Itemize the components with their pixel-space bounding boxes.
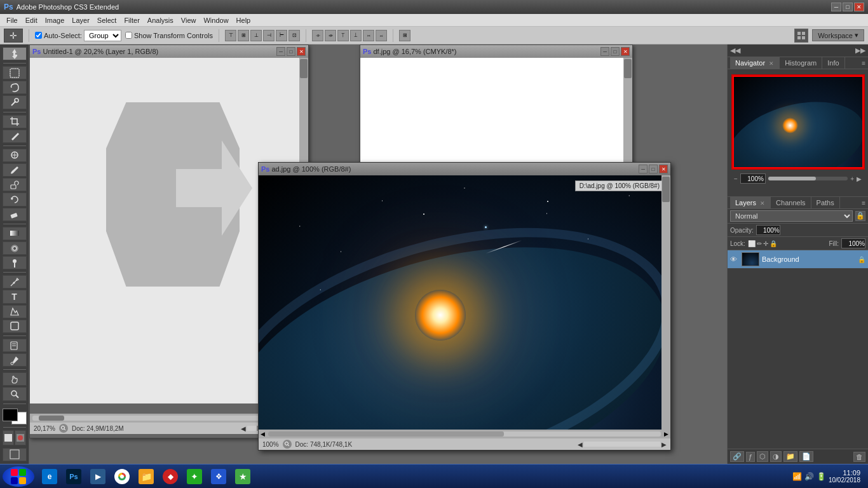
eraser-tool[interactable] (3, 208, 27, 221)
eyedropper-tool2[interactable] (3, 353, 27, 367)
path-select-tool[interactable] (3, 305, 27, 318)
clone-stamp-tool[interactable] (3, 178, 27, 191)
menu-window[interactable]: Window (200, 15, 232, 25)
layers-panel-menu-btn[interactable]: ≡ (862, 200, 865, 207)
taskbar-app3[interactable]: ◆ (159, 467, 182, 486)
workspace-button[interactable]: Workspace ▾ (812, 29, 864, 41)
lasso-tool[interactable] (3, 81, 27, 94)
start-button[interactable] (3, 466, 34, 487)
untitled-zoom-btn[interactable] (59, 424, 68, 433)
quick-mask-btn[interactable] (15, 430, 26, 445)
lock-transparent-btn[interactable]: ⬜ (748, 240, 756, 247)
dodge-tool[interactable] (3, 256, 27, 269)
standard-mode-btn[interactable] (3, 430, 14, 445)
ad-hscroll-thumb[interactable] (268, 431, 504, 437)
right-panel-collapse-left[interactable]: ◀◀ (730, 46, 740, 55)
eyedropper-tool[interactable] (3, 130, 27, 143)
tab-paths[interactable]: Paths (811, 197, 840, 208)
auto-select-checkbox[interactable] (35, 32, 42, 39)
dist-top-btn[interactable]: ⟛ (312, 30, 323, 41)
background-layer-item[interactable]: 👁 Background 🔒 (728, 250, 868, 269)
network-icon[interactable]: 📶 (792, 472, 802, 481)
menu-select[interactable]: Select (93, 15, 121, 25)
navigator-tab-close[interactable]: ✕ (769, 60, 774, 67)
zoom-slider-track[interactable] (768, 177, 848, 180)
untitled-prev-btn[interactable]: ◀ (241, 425, 246, 432)
opacity-input[interactable] (756, 225, 780, 235)
align-top-btn[interactable]: ⊤ (225, 30, 236, 41)
df-maximize-btn[interactable]: □ (611, 47, 620, 56)
ad-minimize-btn[interactable]: ─ (639, 165, 648, 173)
align-hcenter-btn[interactable]: ⊢ (276, 30, 287, 41)
ad-next-btn[interactable]: ▶ (661, 441, 667, 448)
healing-brush-tool[interactable] (3, 149, 27, 162)
zoom-out-btn[interactable]: − (734, 175, 738, 182)
dist-left-btn[interactable]: ⟘ (350, 30, 362, 41)
tab-layers[interactable]: Layers ✕ (730, 197, 771, 208)
history-brush-tool[interactable] (3, 193, 27, 206)
pen-tool[interactable] (3, 275, 27, 288)
menu-analysis[interactable]: Analysis (144, 15, 177, 25)
lock-position-btn[interactable]: ✛ (763, 240, 768, 247)
ad-titlebar[interactable]: Ps ad.jpg @ 100% (RGB/8#) ─ □ ✕ (259, 163, 670, 175)
dist-right-btn[interactable]: ⟖ (376, 30, 387, 41)
auto-align-btn[interactable]: ⊞ (399, 30, 410, 41)
dist-hc-btn[interactable]: ⟗ (363, 30, 374, 41)
ad-scrollbar-v[interactable] (661, 175, 670, 430)
menu-image[interactable]: Image (41, 15, 69, 25)
taskbar-clock[interactable]: 11:09 10/02/2018 (829, 469, 860, 484)
untitled-titlebar[interactable]: Ps Untitled-1 @ 20,2% (Layer 1, RGB/8) ─… (30, 45, 308, 58)
lock-image-btn[interactable]: ✏ (757, 240, 762, 247)
ad-vscroll-thumb[interactable] (662, 177, 670, 202)
align-right-btn[interactable]: ⊡ (288, 30, 300, 41)
crop-tool[interactable] (3, 115, 27, 128)
untitled-vscroll-thumb[interactable] (300, 59, 308, 78)
show-transform-checkbox[interactable] (125, 32, 132, 39)
layers-tab-close[interactable]: ✕ (760, 200, 765, 207)
panel-menu-btn[interactable]: ≡ (862, 60, 865, 67)
maximize-button[interactable]: □ (843, 3, 853, 11)
ad-zoom-btn[interactable] (283, 440, 292, 449)
layer-eye-icon[interactable]: 👁 (730, 255, 739, 263)
taskbar-app4[interactable]: ✦ (183, 467, 206, 486)
untitled-close-btn[interactable]: ✕ (297, 47, 306, 56)
dist-vc-btn[interactable]: ⟚ (325, 30, 336, 41)
ad-scroll-right[interactable]: ▶ (662, 431, 670, 437)
workspace-icon[interactable] (794, 29, 808, 43)
menu-edit[interactable]: Edit (22, 15, 41, 25)
untitled-hscroll-thumb[interactable] (39, 416, 64, 421)
screen-mode-btn[interactable] (3, 448, 27, 461)
gradient-tool[interactable] (3, 227, 27, 240)
new-adjustment-btn[interactable]: ◑ (770, 451, 782, 462)
menu-file[interactable]: File (3, 15, 22, 25)
ad-scrollbar-h[interactable]: ◀ ▶ (259, 430, 670, 438)
align-left-btn[interactable]: ⊣ (263, 30, 275, 41)
menu-view[interactable]: View (177, 15, 200, 25)
fill-input[interactable] (841, 238, 865, 248)
lock-all-btn[interactable]: 🔒 (770, 240, 777, 247)
taskbar-media[interactable]: ▶ (86, 467, 109, 486)
ad-maximize-btn[interactable]: □ (649, 165, 658, 173)
tab-histogram[interactable]: Histogram (780, 57, 822, 69)
lock-toggle-btn[interactable]: 🔒 (855, 211, 865, 221)
color-swatches[interactable] (3, 409, 27, 424)
dist-bottom-btn[interactable]: ⟙ (337, 30, 349, 41)
battery-icon[interactable]: 🔋 (817, 472, 826, 481)
tab-info[interactable]: Info (822, 57, 844, 69)
taskbar-app6[interactable]: ★ (231, 467, 254, 486)
layer-style-btn[interactable]: ƒ (746, 452, 755, 462)
magic-wand-tool[interactable] (3, 95, 27, 109)
tab-channels[interactable]: Channels (771, 197, 811, 208)
volume-icon[interactable]: 🔊 (804, 472, 814, 481)
hand-tool[interactable] (3, 372, 27, 386)
minimize-button[interactable]: ─ (831, 3, 841, 11)
menu-help[interactable]: Help (233, 15, 255, 25)
df-close-btn[interactable]: ✕ (621, 47, 630, 56)
align-vcenter-btn[interactable]: ⊞ (238, 30, 249, 41)
df-vscroll-thumb[interactable] (624, 59, 632, 78)
notes-tool[interactable] (3, 339, 27, 352)
taskbar-chrome[interactable] (111, 467, 133, 486)
taskbar-ie[interactable]: e (38, 467, 61, 486)
ad-scroll-left[interactable]: ◀ (259, 431, 267, 437)
zoom-tool[interactable] (3, 387, 27, 400)
